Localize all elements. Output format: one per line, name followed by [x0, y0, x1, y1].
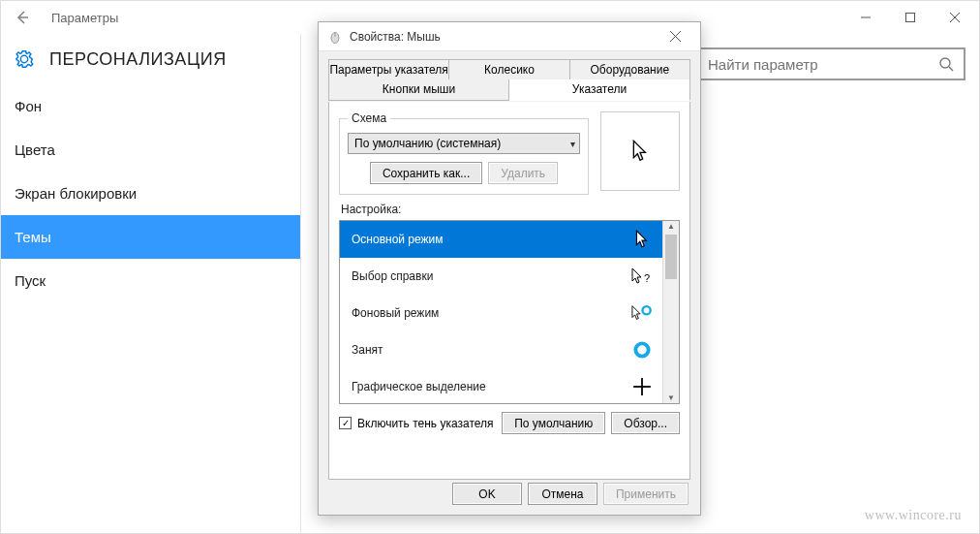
chevron-down-icon: ▾ [570, 139, 575, 149]
scroll-thumb[interactable] [665, 235, 677, 279]
tab-wheel[interactable]: Колесико [449, 59, 569, 80]
cursor-list[interactable]: Основной режим Выбор справки ? Фоновый р… [339, 220, 680, 404]
cursor-arrow-icon [631, 229, 653, 250]
svg-line-6 [949, 67, 953, 71]
ok-button[interactable]: OK [452, 483, 522, 505]
sidebar-item-colors[interactable]: Цвета [1, 128, 300, 172]
sidebar-item-lockscreen[interactable]: Экран блокировки [1, 172, 300, 215]
scroll-down-icon[interactable]: ▼ [663, 393, 679, 402]
customize-label: Настройка: [341, 203, 680, 216]
list-item-label: Графическое выделение [352, 380, 486, 393]
sidebar-item-themes[interactable]: Темы [1, 215, 300, 259]
scheme-dropdown[interactable]: По умолчанию (системная) ▾ [348, 133, 580, 154]
check-icon: ✓ [339, 417, 352, 429]
dialog-titlebar[interactable]: Свойства: Мышь [319, 22, 700, 51]
sidebar-item-background[interactable]: Фон [1, 84, 300, 128]
search-box[interactable] [696, 47, 965, 80]
gear-icon [13, 47, 36, 71]
sidebar: ПЕРСОНАЛИЗАЦИЯ Фон Цвета Экран блокировк… [1, 34, 301, 533]
tab-pointers[interactable]: Указатели [509, 79, 690, 101]
tab-buttons[interactable]: Кнопки мыши [328, 79, 509, 101]
tab-strip: Параметры указателя Колесико Оборудовани… [328, 59, 690, 102]
minimize-button[interactable] [843, 1, 888, 34]
scheme-legend: Схема [348, 111, 390, 125]
svg-point-5 [940, 58, 950, 68]
use-default-button[interactable]: По умолчанию [502, 412, 605, 434]
pointer-shadow-checkbox[interactable]: ✓ Включить тень указателя [339, 417, 494, 430]
list-item-label: Занят [352, 343, 383, 357]
svg-rect-2 [906, 14, 915, 22]
mouse-icon [328, 30, 342, 44]
list-item-label: Фоновый режим [352, 306, 439, 320]
list-item[interactable]: Выбор справки ? [340, 258, 662, 295]
back-button[interactable] [7, 2, 38, 33]
scrollbar[interactable]: ▲ ▼ [662, 221, 679, 403]
search-input[interactable] [706, 55, 938, 74]
delete-button: Удалить [488, 162, 558, 184]
sidebar-item-start[interactable]: Пуск [1, 259, 300, 302]
scheme-group: Схема По умолчанию (системная) ▾ Сохрани… [339, 111, 589, 195]
mouse-properties-dialog: Свойства: Мышь Параметры указателя Колес… [318, 21, 701, 516]
maximize-button[interactable] [888, 1, 933, 34]
svg-point-12 [642, 306, 650, 314]
cursor-busy-icon [631, 339, 653, 361]
tab-panel-pointers: Схема По умолчанию (системная) ▾ Сохрани… [328, 102, 690, 480]
svg-text:?: ? [644, 272, 650, 284]
list-item[interactable]: Занят [340, 331, 662, 368]
cancel-button[interactable]: Отмена [528, 483, 597, 505]
close-button[interactable] [933, 1, 977, 34]
svg-point-13 [635, 343, 648, 356]
apply-button: Применить [603, 483, 689, 505]
watermark: www.wincore.ru [865, 508, 962, 523]
list-item[interactable]: Фоновый режим [340, 295, 662, 331]
dialog-close-button[interactable] [656, 23, 694, 50]
cursor-help-icon: ? [631, 266, 653, 287]
list-item-label: Основной режим [352, 233, 444, 246]
tab-hardware[interactable]: Оборудование [570, 59, 690, 80]
list-item[interactable]: Основной режим [340, 221, 662, 258]
scroll-up-icon[interactable]: ▲ [663, 222, 679, 231]
save-as-button[interactable]: Сохранить как... [370, 162, 482, 184]
dialog-title: Свойства: Мышь [350, 30, 441, 44]
section-title: ПЕРСОНАЛИЗАЦИЯ [49, 49, 227, 70]
tab-pointer-options[interactable]: Параметры указателя [328, 59, 449, 80]
scheme-selected: По умолчанию (системная) [354, 137, 501, 150]
browse-button[interactable]: Обзор... [611, 412, 680, 434]
search-icon [938, 56, 954, 72]
list-item[interactable]: Графическое выделение [340, 368, 662, 403]
cursor-cross-icon [631, 376, 653, 397]
checkbox-label: Включить тень указателя [357, 417, 494, 430]
cursor-preview [600, 111, 680, 191]
window-title: Параметры [51, 11, 118, 25]
list-item-label: Выбор справки [352, 269, 433, 283]
cursor-working-icon [631, 302, 653, 324]
